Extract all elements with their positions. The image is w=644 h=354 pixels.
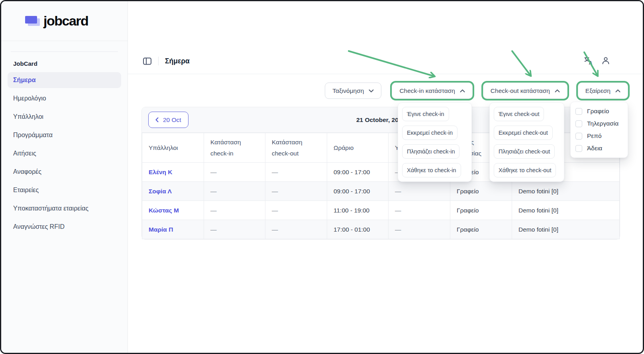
table-row: Κώστας Μ — — 11:00 - 19:00 — Γραφείο Dem… bbox=[142, 201, 620, 220]
exception-option-tilergasia[interactable]: Τηλεργασία bbox=[575, 120, 623, 127]
worktype-cell: Γραφείο bbox=[450, 182, 512, 201]
program-cell: Demo fotini [0] bbox=[512, 220, 620, 239]
svg-text:A: A bbox=[589, 60, 593, 66]
sidebar-item-label: Εταιρείες bbox=[13, 187, 39, 194]
user-menu-button[interactable] bbox=[601, 56, 610, 65]
sidebar-item-programmata[interactable]: Προγράμματα bbox=[8, 127, 121, 143]
checkout-option[interactable]: Εκκρεμεί check-out bbox=[494, 126, 553, 140]
checkbox[interactable] bbox=[575, 133, 582, 140]
chevron-up-icon bbox=[615, 89, 620, 92]
table-row: Μαρία Π — — 17:00 - 01:00 — Γραφείο Demo… bbox=[142, 220, 620, 239]
checkbox[interactable] bbox=[575, 120, 582, 127]
exception-filter-label: Εξαίρεση bbox=[585, 87, 611, 94]
header-divider bbox=[158, 57, 159, 65]
checkout-option[interactable]: Πλησιάζει check-out bbox=[494, 144, 555, 159]
employee-name-link[interactable]: Μαρία Π bbox=[142, 220, 204, 239]
exception-filter-button[interactable]: Εξαίρεση bbox=[578, 83, 628, 99]
checkin-status-filter-button[interactable]: Check-in κατάσταση bbox=[392, 83, 472, 99]
user-icon bbox=[601, 56, 610, 65]
checkbox-label: Άδεια bbox=[587, 145, 602, 152]
checkbox-label: Ρεπό bbox=[587, 132, 602, 140]
sidebar-toggle-icon bbox=[143, 57, 152, 66]
sidebar-nav: JobCard Σήμερα Ημερολόγιο Υπάλληλοι Προγ… bbox=[1, 41, 128, 235]
sidebar-item-label: Αιτήσεις bbox=[13, 150, 36, 157]
sidebar-item-label: Υποκαταστήματα εταιρείας bbox=[13, 205, 88, 212]
sidebar-item-label: Ημερολόγιο bbox=[13, 95, 46, 102]
chevron-down-icon bbox=[369, 89, 374, 92]
sidebar-item-anafores[interactable]: Αναφορές bbox=[8, 164, 121, 180]
checkout-status-filter-button[interactable]: Check-out κατάσταση bbox=[483, 83, 567, 99]
sort-button[interactable]: Ταξινόμηση bbox=[325, 83, 381, 99]
sidebar-item-label: Προγράμματα bbox=[13, 132, 53, 139]
checkout-option[interactable]: Χάθηκε το check-out bbox=[494, 163, 556, 177]
sidebar-item-ypalliloi[interactable]: Υπάλληλοι bbox=[8, 109, 121, 125]
overtime-cell: — bbox=[389, 220, 450, 239]
worktype-cell: Γραφείο bbox=[450, 201, 512, 220]
sidebar-item-simera[interactable]: Σήμερα bbox=[8, 72, 121, 88]
employee-name-link[interactable]: Σοφία Λ bbox=[142, 182, 204, 201]
exception-option-grafeio[interactable]: Γραφείο bbox=[575, 108, 623, 115]
logo-text: jobcard bbox=[43, 13, 88, 29]
col-header-schedule: Ωράριο bbox=[327, 133, 389, 163]
checkout-option[interactable]: Έγινε check-out bbox=[494, 107, 544, 121]
schedule-cell: 09:00 - 17:00 bbox=[327, 182, 389, 201]
exception-dropdown: Γραφείο Τηλεργασία Ρεπό Άδεια bbox=[570, 102, 628, 158]
col-header-checkin-status: Κατάσταση check-in bbox=[204, 133, 265, 163]
checkin-status-dropdown: Έγινε check-in Εκκρεμεί check-in Πλησιάζ… bbox=[398, 102, 472, 182]
checkbox[interactable] bbox=[575, 145, 582, 152]
checkout-status-cell: — bbox=[265, 182, 327, 201]
sidebar-item-ypokatastimata[interactable]: Υποκαταστήματα εταιρείας bbox=[8, 201, 121, 216]
col-header-checkout-status: Κατάσταση check-out bbox=[265, 133, 327, 163]
checkin-option[interactable]: Χάθηκε το check-in bbox=[402, 163, 461, 177]
checkin-status-cell: — bbox=[204, 220, 265, 239]
exception-option-repo[interactable]: Ρεπό bbox=[575, 132, 623, 140]
topbar-icons: A bbox=[584, 56, 610, 65]
program-cell: Demo fotini [0] bbox=[512, 201, 620, 220]
topbar-left: Σήμερα bbox=[128, 48, 190, 74]
sidebar-item-rfid-readers[interactable]: Αναγνώστες RFID bbox=[8, 219, 121, 235]
checkout-status-cell: — bbox=[265, 163, 327, 182]
sidebar-toggle-button[interactable] bbox=[143, 57, 152, 66]
col-header-employees: Υπάλληλοι bbox=[142, 133, 204, 163]
chevron-up-icon bbox=[460, 89, 465, 92]
employee-name-link[interactable]: Κώστας Μ bbox=[142, 201, 204, 220]
checkout-status-cell: — bbox=[265, 201, 327, 220]
checkout-status-cell: — bbox=[265, 220, 327, 239]
language-button[interactable]: A bbox=[584, 56, 593, 65]
sidebar-item-aitiseis[interactable]: Αιτήσεις bbox=[8, 146, 121, 161]
checkin-status-cell: — bbox=[204, 201, 265, 220]
schedule-cell: 11:00 - 19:00 bbox=[327, 201, 389, 220]
checkbox-label: Γραφείο bbox=[587, 108, 609, 115]
sort-button-label: Ταξινόμηση bbox=[332, 87, 364, 94]
previous-day-button[interactable]: 20 Oct bbox=[148, 112, 188, 128]
jobcard-logo-icon bbox=[25, 16, 40, 26]
sidebar-section-label: JobCard bbox=[8, 52, 121, 72]
checkin-filter-label: Check-in κατάσταση bbox=[399, 87, 455, 94]
exception-option-adeia[interactable]: Άδεια bbox=[575, 145, 623, 152]
sidebar-item-etaireies[interactable]: Εταιρείες bbox=[8, 182, 121, 198]
topbar: Σήμερα A bbox=[128, 1, 643, 74]
page-title: Σήμερα bbox=[165, 57, 190, 65]
worktype-cell: Γραφείο bbox=[450, 220, 512, 239]
sidebar-item-imerologio[interactable]: Ημερολόγιο bbox=[8, 90, 121, 106]
sidebar-item-label: Υπάλληλοι bbox=[13, 113, 43, 120]
checkbox-label: Τηλεργασία bbox=[587, 120, 618, 127]
checkin-option[interactable]: Εκκρεμεί check-in bbox=[402, 126, 457, 140]
checkout-filter-label: Check-out κατάσταση bbox=[491, 87, 550, 94]
schedule-cell: 09:00 - 17:00 bbox=[327, 163, 389, 182]
sidebar-item-label: Αναφορές bbox=[13, 168, 41, 175]
employee-name-link[interactable]: Ελένη Κ bbox=[142, 163, 204, 182]
translate-icon: A bbox=[584, 56, 593, 65]
overtime-cell: — bbox=[389, 201, 450, 220]
sidebar-item-label: Σήμερα bbox=[13, 77, 36, 84]
checkin-option[interactable]: Έγινε check-in bbox=[402, 107, 449, 121]
checkbox[interactable] bbox=[575, 108, 582, 115]
logo-icon-front-square bbox=[25, 16, 37, 24]
schedule-cell: 17:00 - 01:00 bbox=[327, 220, 389, 239]
checkin-status-cell: — bbox=[204, 182, 265, 201]
checkin-status-cell: — bbox=[204, 163, 265, 182]
previous-day-label: 20 Oct bbox=[163, 116, 181, 124]
chevron-up-icon bbox=[555, 89, 560, 92]
checkin-option[interactable]: Πλησιάζει check-in bbox=[402, 144, 459, 159]
logo[interactable]: jobcard bbox=[1, 1, 128, 41]
